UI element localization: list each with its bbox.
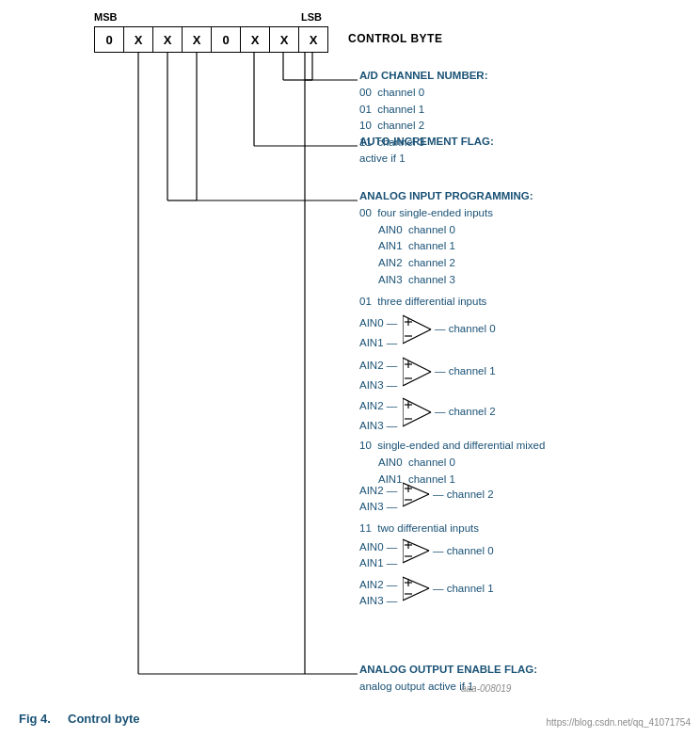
bit-5: X	[152, 26, 183, 53]
bit-7: 0	[94, 26, 124, 53]
diff-01-ain5: AIN3 —	[359, 418, 397, 435]
diff-11-ain1: AIN1 —	[359, 555, 397, 572]
diff-10-ain3: AIN3 —	[359, 499, 397, 516]
diff-01-ch2-label: — channel 2	[435, 404, 496, 421]
diff-11-ain2: AIN2 —	[359, 577, 397, 594]
msb-label: MSB	[94, 11, 117, 23]
bit-6: X	[123, 26, 153, 53]
bit-4: X	[182, 26, 212, 53]
analog-00-header: 00 four single-ended inputs	[359, 205, 533, 222]
ad-ch-01: 01 channel 1	[359, 102, 488, 119]
url-label: https://blog.csdn.net/qq_41071754	[547, 717, 691, 728]
bit-0: X	[298, 26, 328, 53]
diff-10-ch2-label: — channel 2	[433, 487, 494, 504]
bit-2: X	[240, 26, 270, 53]
bit-boxes: 0 X X X 0 X X X	[94, 26, 327, 53]
analog-00-ain3: AIN3 channel 3	[359, 272, 533, 289]
amp-01-ch1	[403, 353, 436, 391]
auto-increment-annot: AUTO-INCREMENT FLAG: active if 1	[359, 134, 494, 168]
diff-01-ch0-label: — channel 0	[435, 321, 496, 338]
ad-channel-title: A/D CHANNEL NUMBER:	[359, 68, 488, 85]
main-container: MSB LSB 0 X X X 0 X X X CONTROL BYTE	[0, 0, 700, 737]
bit-3: 0	[211, 26, 241, 53]
diff-01-ch1-label: — channel 1	[435, 363, 496, 380]
analog-input-annot: ANALOG INPUT PROGRAMMING: 00 four single…	[359, 188, 533, 289]
amp-11-ch1	[403, 572, 436, 605]
diff-10-ain2: AIN2 —	[359, 483, 397, 500]
lsb-label: LSB	[301, 11, 322, 23]
auto-inc-desc: active if 1	[359, 151, 494, 168]
diff-11-ch0-label: — channel 0	[433, 543, 494, 560]
bit-1: X	[269, 26, 299, 53]
diff-01-ain4: AIN2 —	[359, 398, 397, 415]
diff-11-ain3: AIN3 —	[359, 593, 397, 610]
control-byte-label: CONTROL BYTE	[348, 32, 442, 45]
diagram-lines	[0, 0, 700, 737]
analog-00-ain2: AIN2 channel 2	[359, 255, 533, 272]
ad-ch-10: 10 channel 2	[359, 118, 488, 135]
auto-inc-title: AUTO-INCREMENT FLAG:	[359, 134, 494, 151]
amp-11-ch0	[403, 535, 436, 568]
analog-output-title: ANALOG OUTPUT ENABLE FLAG:	[359, 662, 537, 679]
analog-00-ain1: AIN1 channel 1	[359, 238, 533, 255]
diff-01-ain3: AIN3 —	[359, 377, 397, 394]
diff-11-ch1-label: — channel 1	[433, 581, 494, 598]
analog-10-header: 10 single-ended and differential mixed A…	[359, 438, 545, 488]
analog-00-ain0: AIN0 channel 0	[359, 222, 533, 239]
amp-01-ch0	[403, 311, 436, 348]
diff-01-ain1: AIN1 —	[359, 335, 397, 352]
amp-10-ch2	[403, 478, 436, 511]
analog-01-header: 01 three differential inputs	[359, 294, 486, 311]
fig-label: Fig 4. Control byte	[19, 712, 140, 726]
ref-label: aaa-008019	[461, 683, 511, 694]
diff-01-ain0: AIN0 —	[359, 315, 397, 332]
amp-01-ch2	[403, 393, 436, 431]
analog-input-title: ANALOG INPUT PROGRAMMING:	[359, 188, 533, 205]
diff-11-ain0: AIN0 —	[359, 539, 397, 556]
ad-ch-00: 00 channel 0	[359, 85, 488, 102]
diff-01-ain2: AIN2 —	[359, 358, 397, 375]
analog-10-ain0: AIN0 channel 0	[359, 455, 545, 472]
fig-num: Fig 4.	[19, 712, 51, 726]
fig-title: Control byte	[68, 712, 140, 726]
